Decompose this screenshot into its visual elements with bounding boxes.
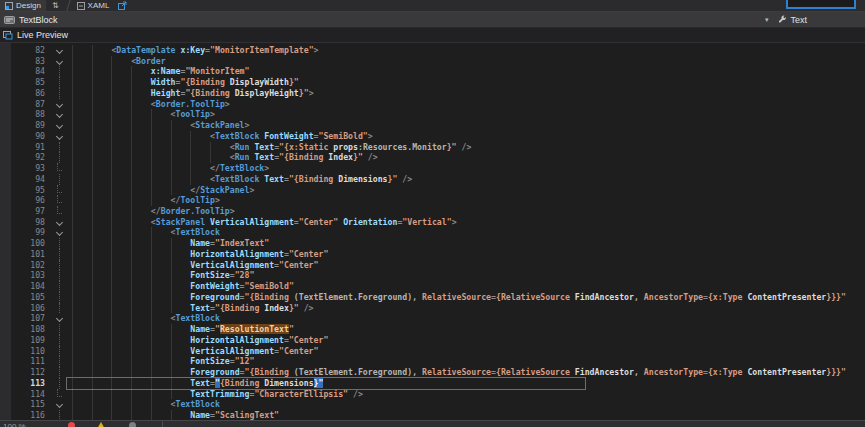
fold-chevron-icon[interactable]: [52, 109, 66, 120]
code-line-87[interactable]: 87<Border.ToolTip>: [0, 99, 865, 110]
token: "Center": [279, 346, 318, 356]
fold-chevron-icon[interactable]: [52, 313, 66, 324]
popout-window-icon[interactable]: [118, 1, 127, 10]
fold-chevron-icon[interactable]: [52, 120, 66, 131]
fold-guide: [52, 163, 66, 174]
fold-guide: [52, 195, 66, 206]
edit-properties-button[interactable]: Text: [778, 15, 807, 25]
code-line-100[interactable]: 100Name="IndexText": [0, 238, 865, 249]
token: "{Binding: [215, 303, 264, 313]
code-line-108[interactable]: 108Name="ResolutionText": [0, 324, 865, 335]
code-line-90[interactable]: 90<TextBlock FontWeight="SemiBold">: [0, 131, 865, 142]
token: {x:Type: [708, 292, 747, 302]
token: "Center": [289, 249, 328, 259]
fold-chevron-icon[interactable]: [52, 131, 66, 142]
code-text: <TextBlock: [72, 313, 220, 324]
fold-chevron-icon[interactable]: [52, 227, 66, 238]
token: >: [264, 163, 269, 173]
indent-guides: [72, 217, 151, 228]
code-line-97[interactable]: 97</Border.ToolTip>: [0, 206, 865, 217]
code-line-114[interactable]: 114TextTrimming="CharacterEllipsis" />: [0, 389, 865, 400]
fold-guide: [52, 260, 66, 271]
token: Text: [254, 152, 274, 162]
token: Border.ToolTip: [156, 99, 225, 109]
token: DisplayHeight: [235, 88, 299, 98]
token: }": [289, 77, 299, 87]
code-line-109[interactable]: 109HorizontalAlignment="Center": [0, 335, 865, 346]
code-text: Height="{Binding DisplayHeight}">: [72, 88, 314, 99]
tab-design[interactable]: Design: [0, 0, 46, 11]
code-line-103[interactable]: 103FontSize="28": [0, 270, 865, 281]
swap-panes-icon[interactable]: ⇅: [52, 1, 59, 11]
code-line-111[interactable]: 111FontSize="12": [0, 356, 865, 367]
code-line-83[interactable]: 83<Border: [0, 56, 865, 67]
token: Foreground: [190, 292, 239, 302]
token: Border.ToolTip: [161, 206, 230, 216]
line-number: 114: [0, 389, 45, 400]
code-line-98[interactable]: 98<StackPanel VerticalAlignment="Center"…: [0, 217, 865, 228]
code-line-89[interactable]: 89<StackPanel>: [0, 120, 865, 131]
errors-icon[interactable]: [68, 422, 75, 427]
token: StackPanel: [156, 217, 205, 227]
code-line-88[interactable]: 88<ToolTip>: [0, 109, 865, 120]
token: />: [397, 174, 412, 184]
indent-guides: [72, 303, 190, 314]
breadcrumb-element[interactable]: TextBlock: [19, 15, 58, 25]
token: FindAncestor: [575, 292, 634, 302]
code-line-105[interactable]: 105Foreground="{Binding (TextElement.For…: [0, 292, 865, 303]
code-line-107[interactable]: 107<TextBlock: [0, 313, 865, 324]
token: }": [353, 152, 363, 162]
fold-guide: [52, 174, 66, 185]
fold-chevron-icon[interactable]: [52, 45, 66, 56]
code-line-104[interactable]: 104FontWeight="SemiBold": [0, 281, 865, 292]
token: />: [299, 303, 314, 313]
code-line-99[interactable]: 99<TextBlock: [0, 227, 865, 238]
line-number: 100: [0, 238, 45, 249]
token: "{Binding: [289, 174, 338, 184]
tab-xaml[interactable]: XAML: [72, 0, 115, 11]
fold-chevron-icon[interactable]: [52, 217, 66, 228]
indent-guides: [72, 399, 171, 410]
fold-chevron-icon[interactable]: [52, 399, 66, 410]
code-line-95[interactable]: 95</StackPanel>: [0, 185, 865, 196]
fold-guide: [52, 324, 66, 335]
code-line-113[interactable]: 113Text="{Binding Dimensions}": [0, 378, 865, 389]
token: Name: [190, 324, 210, 334]
fold-chevron-icon[interactable]: [52, 56, 66, 67]
indent-guides: [72, 346, 190, 357]
code-line-93[interactable]: 93</TextBlock>: [0, 163, 865, 174]
code-line-115[interactable]: 115<TextBlock: [0, 399, 865, 410]
code-line-91[interactable]: 91<Run Text="{x:Static props:Resources.M…: [0, 142, 865, 153]
xaml-code-editor[interactable]: 82<DataTemplate x:Key="MonitorItemTempla…: [0, 43, 865, 421]
line-number: 91: [0, 142, 45, 153]
messages-icon[interactable]: [129, 422, 136, 427]
code-line-110[interactable]: 110VerticalAlignment="Center": [0, 346, 865, 357]
code-line-101[interactable]: 101HorizontalAlignment="Center": [0, 249, 865, 260]
fold-guide: [52, 185, 66, 196]
token: FontSize: [190, 356, 229, 366]
code-line-84[interactable]: 84x:Name="MonitorItem": [0, 66, 865, 77]
code-line-85[interactable]: 85Width="{Binding DisplayWidth}": [0, 77, 865, 88]
code-line-82[interactable]: 82<DataTemplate x:Key="MonitorItemTempla…: [0, 45, 865, 56]
fold-chevron-icon[interactable]: [52, 99, 66, 110]
token: "12": [235, 356, 255, 366]
token: (TextElement.Foreground),: [294, 367, 422, 377]
breadcrumb-dropdown-icon[interactable]: ▾: [765, 16, 769, 24]
code-line-102[interactable]: 102VerticalAlignment="Center": [0, 260, 865, 271]
code-line-92[interactable]: 92<Run Text="{Binding Index}" />: [0, 152, 865, 163]
warnings-icon[interactable]: [97, 422, 105, 427]
token: TextBlock: [215, 131, 259, 141]
token: "28": [235, 270, 255, 280]
code-line-106[interactable]: 106Text="{Binding Index}" />: [0, 303, 865, 314]
code-line-96[interactable]: 96</ToolTip>: [0, 195, 865, 206]
code-line-86[interactable]: 86Height="{Binding DisplayHeight}">: [0, 88, 865, 99]
token: >: [452, 217, 457, 227]
zoom-level[interactable]: 100 %: [3, 422, 26, 427]
code-line-94[interactable]: 94<TextBlock Text="{Binding Dimensions}"…: [0, 174, 865, 185]
line-number: 101: [0, 249, 45, 260]
token: Height: [151, 88, 181, 98]
token: }}}": [826, 367, 846, 377]
token: DataTemplate: [116, 45, 175, 55]
code-text: <Run Text="{x:Static props:Resources.Mon…: [72, 142, 471, 153]
code-line-112[interactable]: 112Foreground="{Binding (TextElement.For…: [0, 367, 865, 378]
